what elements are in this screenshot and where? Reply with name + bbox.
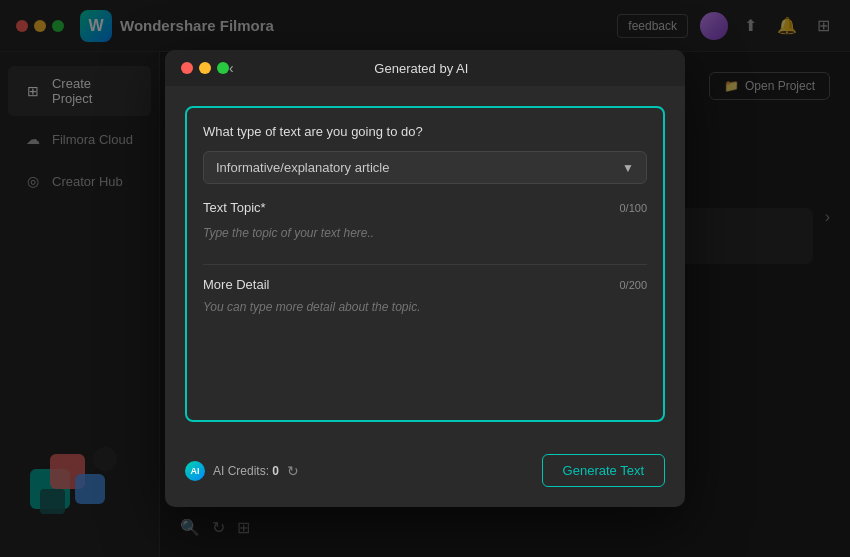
text-topic-input[interactable]	[203, 226, 647, 240]
credits-label: AI Credits: 0	[213, 464, 279, 478]
text-type-dropdown[interactable]: Informative/explanatory article ▼	[203, 151, 647, 184]
modal-minimize-button[interactable]	[199, 62, 211, 74]
modal-title: Generated by AI	[234, 61, 609, 76]
separator	[203, 264, 647, 265]
credits-icon: AI	[185, 461, 205, 481]
modal-fullscreen-button[interactable]	[217, 62, 229, 74]
more-detail-label: More Detail	[203, 277, 269, 292]
text-topic-counter: 0/100	[619, 202, 647, 214]
modal-dialog: ‹ Generated by AI What type of text are …	[165, 50, 685, 507]
form-section: What type of text are you going to do? I…	[185, 106, 665, 422]
more-detail-header: More Detail 0/200	[203, 277, 647, 292]
more-detail-counter: 0/200	[619, 279, 647, 291]
generate-text-button[interactable]: Generate Text	[542, 454, 665, 487]
modal-body: What type of text are you going to do? I…	[165, 86, 685, 442]
modal-footer: AI AI Credits: 0 ↻ Generate Text	[165, 442, 685, 507]
modal-traffic-lights	[181, 62, 229, 74]
credits-refresh-icon[interactable]: ↻	[287, 463, 299, 479]
modal-titlebar: ‹ Generated by AI	[165, 50, 685, 86]
dropdown-arrow-icon: ▼	[622, 161, 634, 175]
modal-close-button[interactable]	[181, 62, 193, 74]
form-question: What type of text are you going to do?	[203, 124, 647, 139]
app-window: W Wondershare Filmora feedback ⬆ 🔔 ⊞ ⊞ C…	[0, 0, 850, 557]
credits-count: 0	[272, 464, 279, 478]
text-topic-header: Text Topic* 0/100	[203, 200, 647, 215]
credits-info: AI AI Credits: 0 ↻	[185, 461, 299, 481]
text-topic-label: Text Topic*	[203, 200, 266, 215]
dropdown-value: Informative/explanatory article	[216, 160, 389, 175]
more-detail-textarea[interactable]	[203, 300, 647, 400]
modal-overlay: ‹ Generated by AI What type of text are …	[0, 0, 850, 557]
